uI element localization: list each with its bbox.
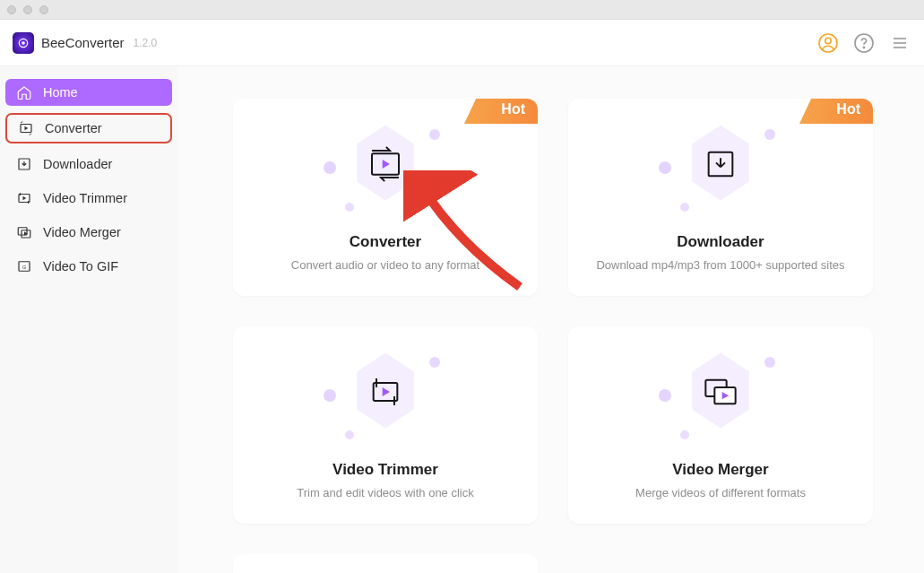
gif-icon: G	[16, 258, 32, 274]
app-logo-icon	[13, 32, 34, 54]
sidebar-item-label: Converter	[45, 121, 102, 135]
card-partial[interactable]	[233, 554, 538, 573]
card-desc: Trim and edit videos with one click	[275, 486, 496, 499]
app-name: BeeConverter	[41, 35, 125, 50]
traffic-close[interactable]	[7, 5, 16, 14]
trimmer-icon	[16, 190, 32, 206]
content-area: Hot Converter Convert audio or video to …	[177, 66, 924, 573]
app-header: BeeConverter 1.2.0	[0, 20, 924, 66]
card-title: Video Merger	[672, 461, 768, 479]
menu-icon[interactable]	[888, 31, 911, 55]
card-desc: Merge videos of different formats	[614, 486, 827, 499]
downloader-illustration	[653, 124, 788, 222]
sidebar-item-label: Home	[43, 85, 78, 100]
hot-badge: Hot	[464, 99, 538, 124]
svg-point-3	[825, 38, 831, 43]
home-icon	[16, 84, 32, 100]
sidebar-item-label: Video To GIF	[43, 259, 118, 273]
card-desc: Convert audio or video to any format	[270, 258, 501, 272]
help-icon[interactable]	[852, 31, 876, 55]
svg-marker-10	[25, 126, 29, 131]
sidebar-item-merger[interactable]: Video Merger	[5, 219, 172, 246]
sidebar-item-downloader[interactable]: Downloader	[5, 151, 172, 178]
card-merger[interactable]: Video Merger Merge videos of different f…	[568, 326, 873, 524]
svg-marker-13	[23, 196, 27, 201]
download-icon	[16, 156, 32, 172]
card-trimmer[interactable]: Video Trimmer Trim and edit videos with …	[233, 326, 538, 524]
trimmer-illustration	[318, 352, 453, 450]
svg-marker-20	[383, 160, 390, 169]
traffic-min[interactable]	[23, 5, 32, 14]
window-titlebar	[0, 0, 924, 20]
sidebar-item-converter[interactable]: Converter	[5, 113, 172, 143]
converter-icon	[18, 120, 34, 136]
card-title: Converter	[350, 233, 421, 251]
card-title: Downloader	[677, 233, 764, 251]
card-desc: Download mp4/mp3 from 1000+ supported si…	[574, 258, 866, 272]
svg-point-5	[863, 47, 864, 48]
sidebar-item-home[interactable]: Home	[5, 79, 172, 106]
hot-badge: Hot	[799, 99, 873, 124]
merger-illustration	[653, 352, 788, 450]
sidebar-item-gif[interactable]: G Video To GIF	[5, 253, 172, 280]
card-converter[interactable]: Hot Converter Convert audio or video to …	[233, 99, 538, 296]
traffic-max[interactable]	[39, 5, 48, 14]
svg-marker-24	[383, 387, 390, 396]
svg-text:G: G	[22, 265, 26, 270]
converter-illustration	[318, 124, 453, 222]
sidebar-item-label: Video Trimmer	[43, 191, 127, 205]
sidebar-item-trimmer[interactable]: Video Trimmer	[5, 185, 172, 212]
account-icon[interactable]	[816, 31, 840, 55]
card-title: Video Trimmer	[332, 461, 438, 479]
card-downloader[interactable]: Hot Downloader Download mp4/mp3 from 100…	[568, 99, 873, 296]
merger-icon	[16, 224, 32, 240]
sidebar-item-label: Video Merger	[43, 225, 121, 239]
svg-point-1	[22, 41, 25, 45]
sidebar-item-label: Downloader	[43, 157, 112, 171]
sidebar: Home Converter Downloader Video Trimmer …	[0, 66, 177, 573]
app-version: 1.2.0	[134, 37, 158, 49]
